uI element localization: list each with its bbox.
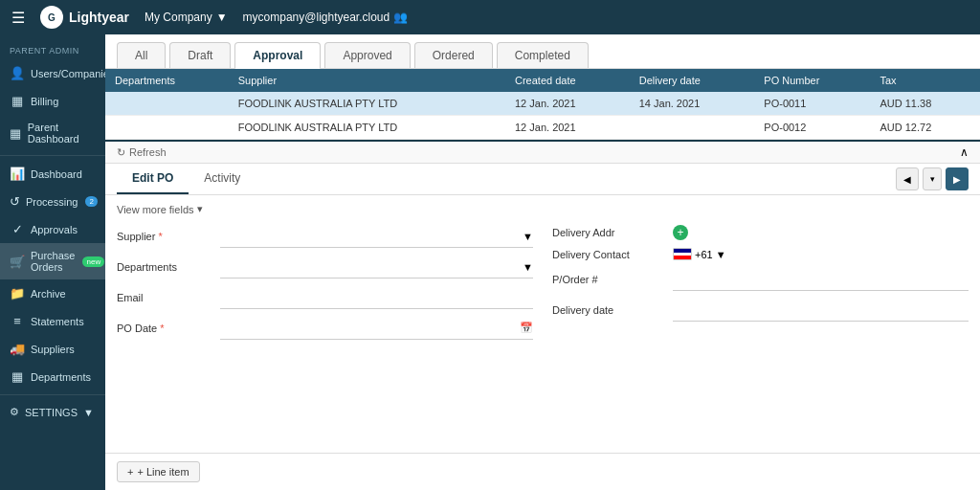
delivery-date-input[interactable] [673,299,969,322]
po-date-label: PO Date [117,323,212,334]
statements-icon: ≡ [10,314,25,328]
cell-po-number: PO-0012 [754,116,870,140]
cell-departments [105,92,229,116]
company-selector[interactable]: My Company ▼ [145,11,228,24]
col-supplier: Supplier [229,69,505,92]
form-grid: Supplier ▼ Departments ▼ Ema [117,225,969,347]
cell-tax: AUD 11.38 [870,92,980,116]
cell-supplier: FOODLINK AUSTRALIA PTY LTD [229,116,505,140]
processing-icon: ↺ [10,194,20,209]
tab-draft[interactable]: Draft [169,42,231,68]
collapse-icon[interactable]: ∧ [960,145,969,159]
cell-created: 12 Jan. 2021 [505,116,630,140]
calendar-icon: 📅 [520,322,533,334]
form-row-email: Email [117,286,533,309]
departments-select[interactable]: ▼ [220,256,533,278]
form-row-po-date: PO Date 📅 [117,317,533,340]
p-order-input[interactable] [673,268,969,291]
sidebar-item-statements[interactable]: ≡ Statements [0,307,105,335]
sidebar-item-purchase-orders[interactable]: 🛒 Purchase Orders new [0,243,105,279]
table-header-row: Departments Supplier Created date Delive… [105,69,980,92]
dropdown-icon: ▼ [523,261,533,273]
col-created-date: Created date [505,69,630,92]
tab-approval[interactable]: Approval [234,42,321,69]
cell-delivery: 14 Jan. 2021 [630,92,755,116]
flag-icon [673,248,692,260]
main-content: All Draft Approval Approved Ordered Comp… [105,34,980,490]
form-row-departments: Departments ▼ [117,256,533,278]
refresh-bar: ↻ Refresh ∧ [105,142,980,164]
tab-ordered[interactable]: Ordered [414,42,493,68]
cell-delivery [630,116,755,140]
form-left-col: Supplier ▼ Departments ▼ Ema [117,225,533,347]
settings-icon: ⚙ [10,406,19,418]
departments-icon: ▦ [10,369,25,384]
sidebar-item-parent-dashboard[interactable]: ▦ Parent Dashboard [0,115,105,151]
form-row-p-order: P/Order # [552,268,969,291]
po-date-input[interactable]: 📅 [220,317,533,340]
tab-activity[interactable]: Activity [189,164,256,194]
phone-prefix: +61 [695,249,713,260]
view-more-fields[interactable]: View more fields ▾ [117,203,969,215]
departments-label: Departments [117,261,212,273]
refresh-button[interactable]: ↻ Refresh [117,146,167,159]
email-label: Email [117,292,212,303]
sidebar-item-settings[interactable]: ⚙ SETTINGS ▼ [0,399,105,425]
table-row[interactable]: FOODLINK AUSTRALIA PTY LTD 12 Jan. 2021 … [105,116,980,140]
chevron-down-icon: ▾ [197,203,203,215]
add-delivery-addr-button[interactable]: + [673,225,688,240]
tab-completed[interactable]: Completed [497,42,589,68]
refresh-icon: ↻ [117,146,125,159]
tab-edit-po[interactable]: Edit PO [117,164,189,194]
sidebar-item-archive[interactable]: 📁 Archive [0,279,105,307]
nav-dropdown-button[interactable]: ▾ [923,167,942,190]
purchase-orders-table: Departments Supplier Created date Delive… [105,69,980,140]
cell-po-number: PO-0011 [754,92,870,116]
logo-area: G Lightyear [40,6,129,29]
dropdown-icon: ▼ [716,249,726,260]
tab-all[interactable]: All [117,42,166,68]
prev-button[interactable]: ◀ [896,167,919,190]
tab-bar: All Draft Approval Approved Ordered Comp… [105,34,980,69]
edit-form: View more fields ▾ Supplier ▼ Depart [105,195,980,453]
email-input[interactable] [220,286,533,309]
nav-email: mycompany@lightyear.cloud 👥 [243,11,409,24]
col-delivery-date: Delivery date [630,69,755,92]
sidebar-item-approvals[interactable]: ✓ Approvals [0,215,105,243]
supplier-label: Supplier [117,231,212,242]
bottom-panel: ↻ Refresh ∧ Edit PO Activity ◀ ▾ ▶ View … [105,140,980,490]
sidebar-item-processing[interactable]: ↺ Processing 2 [0,188,105,215]
col-tax: Tax [870,69,980,92]
suppliers-icon: 🚚 [10,342,25,356]
hamburger-menu[interactable]: ☰ [11,9,25,27]
sidebar-divider-2 [0,394,105,395]
billing-icon: ▦ [10,94,25,108]
supplier-select[interactable]: ▼ [220,225,533,248]
sidebar-item-billing[interactable]: ▦ Billing [0,87,105,115]
table-row[interactable]: FOODLINK AUSTRALIA PTY LTD 12 Jan. 2021 … [105,92,980,116]
parent-dashboard-icon: ▦ [10,126,22,141]
plus-icon: + [127,466,133,478]
sidebar-section-label: PARENT ADMIN [0,38,105,59]
add-line-item-button[interactable]: + + Line item [117,461,200,482]
next-button[interactable]: ▶ [946,167,969,190]
sidebar-item-dashboard[interactable]: 📊 Dashboard [0,160,105,188]
cell-supplier: FOODLINK AUSTRALIA PTY LTD [229,92,505,116]
app-name: Lightyear [69,10,129,25]
delivery-contact-label: Delivery Contact [552,249,667,260]
col-po-number: PO Number [754,69,870,92]
sidebar-item-suppliers[interactable]: 🚚 Suppliers [0,335,105,363]
sidebar-item-departments[interactable]: ▦ Departments [0,363,105,390]
edit-tabs-bar: Edit PO Activity ◀ ▾ ▶ [105,164,980,195]
phone-field[interactable]: +61 ▼ [673,248,726,260]
form-row-delivery-addr: Delivery Addr + [552,225,969,240]
processing-badge: 2 [85,196,97,207]
sidebar-item-users-companies[interactable]: 👤 Users/Companies [0,59,105,87]
logo-icon: G [40,6,63,29]
approvals-icon: ✓ [10,222,25,236]
form-row-supplier: Supplier ▼ [117,225,533,248]
tab-approved[interactable]: Approved [324,42,410,68]
p-order-label: P/Order # [552,274,667,285]
delivery-date-label: Delivery date [552,304,667,316]
cell-created: 12 Jan. 2021 [505,92,630,116]
